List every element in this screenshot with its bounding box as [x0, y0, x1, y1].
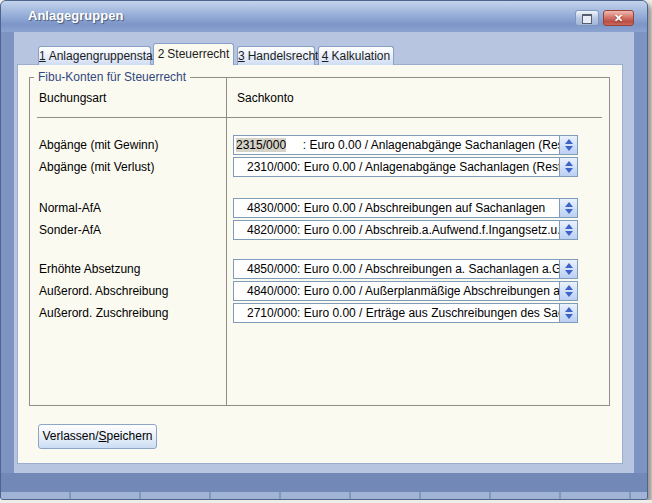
column-header-sachkonto: Sachkonto	[237, 91, 294, 105]
header-rule	[37, 117, 602, 118]
save-exit-button[interactable]: Verlassen/Speichern	[38, 424, 157, 449]
spinner-control[interactable]	[559, 304, 577, 322]
tab-number: 3	[238, 49, 245, 63]
row-label-abgaenge-verlust: Abgänge (mit Verlust)	[39, 160, 154, 174]
tab-handelsrecht[interactable]: 3Handelsrecht	[237, 46, 315, 65]
button-label: peichern	[107, 429, 153, 443]
combo-value: 2315/000 : Euro 0.00 / Anlagenabgänge Sa…	[234, 136, 559, 154]
spinner-control[interactable]	[559, 136, 577, 154]
spinner-control[interactable]	[559, 260, 577, 278]
window-resize-grip[interactable]	[1, 492, 647, 499]
combo-ausserord-zuschreibung[interactable]: 2710/000: Euro 0.00 / Erträge aus Zuschr…	[233, 303, 578, 323]
window: Anlagegruppen ✕ 1Anlagengruppenstamm 2St…	[0, 0, 648, 500]
spinner-up-icon	[565, 263, 573, 268]
title-bar[interactable]: Anlagegruppen ✕	[1, 1, 647, 32]
spinner-up-icon	[565, 307, 573, 312]
column-divider	[226, 78, 227, 405]
restore-button[interactable]	[575, 10, 599, 26]
tab-number: 2	[158, 47, 165, 61]
row-label-ausserord-abschreibung: Außerord. Abschreibung	[39, 284, 168, 298]
row-label-normal-afa: Normal-AfA	[39, 201, 101, 215]
fieldset-fibu-konten	[29, 77, 610, 406]
spinner-control[interactable]	[559, 221, 577, 239]
combo-abgaenge-verlust[interactable]: 2310/000: Euro 0.00 / Anlagenabgänge Sac…	[233, 157, 578, 177]
spinner-up-icon	[565, 161, 573, 166]
selected-account: 2315/000	[236, 138, 286, 152]
spinner-up-icon	[565, 285, 573, 290]
combo-value: 4840/000: Euro 0.00 / Außerplanmäßige Ab…	[234, 282, 559, 300]
window-title: Anlagegruppen	[28, 8, 123, 23]
row-label-sonder-afa: Sonder-AfA	[39, 223, 101, 237]
close-button[interactable]: ✕	[603, 10, 634, 26]
spinner-control[interactable]	[559, 282, 577, 300]
spinner-down-icon	[565, 168, 573, 173]
tab-number: 1	[39, 49, 46, 63]
spinner-down-icon	[565, 314, 573, 319]
spinner-down-icon	[565, 292, 573, 297]
spinner-down-icon	[565, 209, 573, 214]
spinner-down-icon	[565, 231, 573, 236]
combo-normal-afa[interactable]: 4830/000: Euro 0.00 / Abschreibungen auf…	[233, 198, 578, 218]
tab-anlagengruppenstamm[interactable]: 1Anlagengruppenstamm	[38, 46, 151, 65]
spinner-control[interactable]	[559, 158, 577, 176]
combo-value: 4850/000: Euro 0.00 / Abschreibungen a. …	[234, 260, 559, 278]
spinner-down-icon	[565, 270, 573, 275]
combo-abgaenge-gewinn[interactable]: 2315/000 : Euro 0.00 / Anlagenabgänge Sa…	[233, 135, 578, 155]
spinner-control[interactable]	[559, 199, 577, 217]
tab-number: 4	[322, 49, 329, 63]
tab-label: Kalkulation	[331, 49, 390, 63]
button-label: Verlassen/	[42, 429, 98, 443]
button-mnemonic: S	[99, 429, 107, 443]
spinner-down-icon	[565, 146, 573, 151]
spinner-up-icon	[565, 202, 573, 207]
row-label-ausserord-zuschreibung: Außerord. Zuschreibung	[39, 306, 168, 320]
combo-value: 4820/000: Euro 0.00 / Abschreib.a.Aufwen…	[234, 221, 559, 239]
combo-value: 4830/000: Euro 0.00 / Abschreibungen auf…	[234, 199, 559, 217]
tab-label: Steuerrecht	[167, 47, 229, 61]
tab-kalkulation[interactable]: 4Kalkulation	[318, 46, 394, 65]
window-frame-bottom	[1, 473, 647, 492]
fieldset-legend: Fibu-Konten für Steuerrecht	[34, 70, 190, 84]
combo-value: 2710/000: Euro 0.00 / Erträge aus Zuschr…	[234, 304, 559, 322]
spinner-up-icon	[565, 224, 573, 229]
row-label-erhoehte-absetzung: Erhöhte Absetzung	[39, 262, 140, 276]
tab-steuerrecht[interactable]: 2Steuerrecht	[153, 43, 234, 65]
account-description: : Euro 0.00 / Anlagenabgänge Sachanlagen…	[286, 138, 559, 152]
combo-ausserord-abschreibung[interactable]: 4840/000: Euro 0.00 / Außerplanmäßige Ab…	[233, 281, 578, 301]
column-header-buchungsart: Buchungsart	[39, 91, 106, 105]
close-icon: ✕	[614, 12, 623, 24]
spinner-up-icon	[565, 139, 573, 144]
combo-value: 2310/000: Euro 0.00 / Anlagenabgänge Sac…	[234, 158, 559, 176]
combo-sonder-afa[interactable]: 4820/000: Euro 0.00 / Abschreib.a.Aufwen…	[233, 220, 578, 240]
restore-icon	[582, 14, 592, 24]
tab-label: Handelsrecht	[248, 49, 319, 63]
combo-erhoehte-absetzung[interactable]: 4850/000: Euro 0.00 / Abschreibungen a. …	[233, 259, 578, 279]
row-label-abgaenge-gewinn: Abgänge (mit Gewinn)	[39, 138, 158, 152]
